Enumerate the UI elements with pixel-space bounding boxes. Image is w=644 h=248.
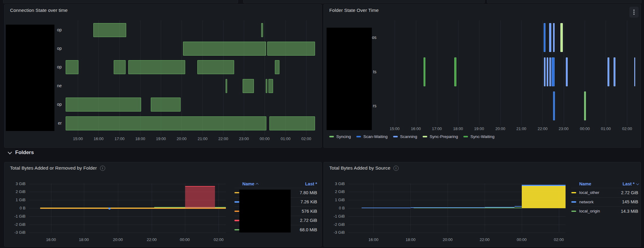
info-icon[interactable]: [393, 166, 399, 171]
state-bar[interactable]: [544, 23, 546, 52]
x-axis-label: 00:00: [260, 136, 270, 141]
series-area[interactable]: [185, 186, 215, 208]
legend-table-row[interactable]: network145 MiB: [571, 197, 638, 207]
state-bar[interactable]: [614, 57, 615, 86]
legend-color-chip: [571, 192, 576, 194]
gridline: [479, 20, 480, 126]
legend-item[interactable]: Sync-Waiting: [463, 134, 494, 139]
legend-color-chip: [329, 136, 334, 137]
state-bar[interactable]: [454, 57, 456, 86]
series-line[interactable]: [485, 207, 515, 208]
legend-item[interactable]: Sync-Preparing: [423, 134, 458, 139]
gridline: [606, 20, 606, 126]
state-bar[interactable]: [275, 60, 279, 74]
series-area[interactable]: [522, 186, 566, 208]
x-axis-label: 02:00: [622, 126, 632, 131]
legend-item[interactable]: Scan-Waiting: [356, 134, 388, 139]
state-bar[interactable]: [128, 60, 185, 74]
series-area[interactable]: [522, 185, 566, 186]
legend-sort-last[interactable]: Last *: [305, 181, 317, 186]
state-bar[interactable]: [547, 57, 548, 86]
state-bar[interactable]: [261, 23, 263, 37]
y-axis-label: -1 GiB: [5, 214, 26, 219]
x-axis-label: 16:00: [94, 136, 104, 141]
gridline: [627, 20, 627, 126]
sort-desc-icon: [636, 182, 639, 185]
y-axis-label: 3 GiB: [5, 181, 26, 186]
series-last-value: 68.0 MiB: [300, 227, 317, 232]
legend-sort-name[interactable]: Name: [234, 181, 258, 186]
state-bar[interactable]: [197, 60, 234, 74]
gridline: [29, 225, 226, 225]
state-bar[interactable]: [266, 79, 267, 93]
state-bar[interactable]: [544, 57, 545, 86]
legend-item[interactable]: Scanning: [393, 134, 417, 139]
x-axis-label: 16:00: [369, 237, 379, 242]
state-bar[interactable]: [553, 91, 555, 120]
state-bar[interactable]: [566, 57, 568, 86]
state-bar[interactable]: [66, 60, 78, 74]
legend-table-header: NameLast *: [234, 180, 317, 188]
x-axis-label: 18:00: [135, 136, 145, 141]
y-axis-label: -3 GiB: [5, 230, 26, 235]
state-bar[interactable]: [552, 57, 555, 86]
state-bar[interactable]: [584, 91, 586, 120]
state-bar[interactable]: [226, 79, 227, 93]
state-bar[interactable]: [549, 23, 551, 52]
state-bar[interactable]: [553, 23, 555, 52]
gridline: [348, 184, 566, 184]
x-axis-label: 20:00: [113, 237, 123, 242]
series-last-value: 7.80 MiB: [300, 190, 317, 195]
state-bar[interactable]: [634, 57, 635, 86]
x-axis-label: 18:00: [453, 126, 463, 131]
state-bar[interactable]: [424, 57, 426, 86]
state-bar[interactable]: [66, 98, 141, 112]
state-bar[interactable]: [114, 60, 126, 74]
x-axis-label: 02:00: [214, 237, 224, 242]
state-bar[interactable]: [269, 116, 315, 130]
legend-table-row[interactable]: local_origin14.3 MiB: [571, 206, 638, 216]
series-line[interactable]: [448, 207, 484, 208]
series-line[interactable]: [362, 208, 410, 208]
series-line[interactable]: [514, 206, 522, 207]
legend-sort-name[interactable]: Name: [571, 181, 591, 186]
legend-header-name-label: Name: [579, 181, 591, 186]
x-axis-label: 02:00: [301, 136, 311, 141]
panel-title[interactable]: Connection State over time: [10, 8, 68, 13]
x-axis-label: 18:00: [79, 237, 89, 242]
state-bar[interactable]: [560, 23, 563, 52]
state-bar[interactable]: [268, 79, 273, 93]
series-point[interactable]: [108, 208, 110, 210]
state-timeline-plot[interactable]: [66, 20, 315, 135]
panel-bytes-by-source: Total Bytes Added by Source 3 GiB2 GiB1 …: [324, 162, 641, 247]
legend-header-last-label: Last *: [623, 181, 635, 186]
panel-menu-kebab-icon[interactable]: [629, 7, 639, 18]
panel-title[interactable]: Total Bytes Added by Source: [329, 165, 399, 171]
legend-table-row[interactable]: local_other2.72 GiB: [571, 188, 638, 197]
state-bar[interactable]: [267, 42, 315, 56]
timeseries-plot[interactable]: [348, 184, 566, 232]
legend-table-header: NameLast *: [571, 180, 638, 188]
chevron-down-icon: [8, 150, 12, 154]
state-bar[interactable]: [243, 79, 254, 93]
info-icon[interactable]: [100, 166, 105, 171]
panel-title[interactable]: Total Bytes Added or Removed by Folder: [10, 165, 105, 171]
row-header-folders[interactable]: Folders: [8, 150, 34, 156]
state-timeline-plot[interactable]: [382, 20, 635, 126]
state-bar[interactable]: [549, 57, 551, 86]
series-last-value: 2.72 GiB: [300, 218, 317, 223]
panel-above-partial: [243, 0, 485, 3]
state-bar[interactable]: [183, 42, 266, 56]
legend-sort-last[interactable]: Last *: [623, 181, 639, 186]
state-bar[interactable]: [608, 57, 609, 86]
x-axis-label: 20:00: [495, 126, 505, 131]
legend-color-chip: [234, 192, 239, 194]
legend-label: Scanning: [400, 134, 417, 139]
state-bar[interactable]: [66, 116, 266, 130]
panel-title[interactable]: Folder State Over Time: [329, 8, 379, 13]
series-last-value: 2.72 GiB: [621, 190, 638, 195]
state-bar[interactable]: [151, 98, 181, 112]
legend-item[interactable]: Syncing: [329, 134, 351, 139]
timeseries-plot[interactable]: [29, 184, 226, 232]
state-bar[interactable]: [93, 23, 126, 37]
